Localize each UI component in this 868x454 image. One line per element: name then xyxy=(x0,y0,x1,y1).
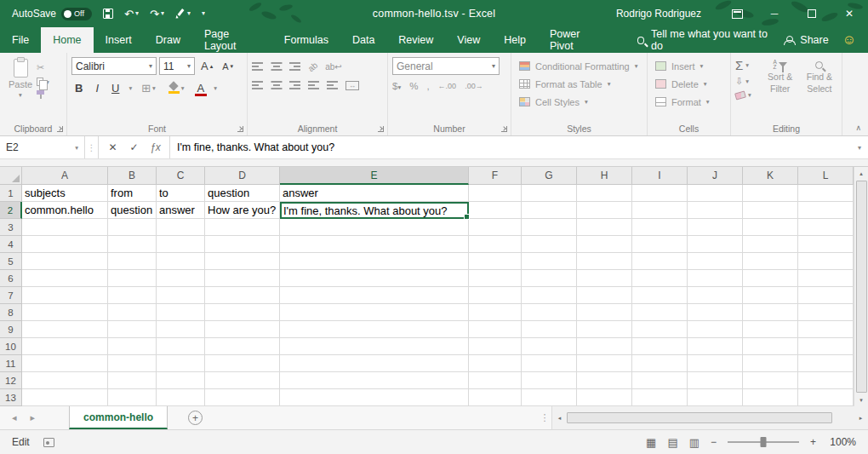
cell-J3[interactable] xyxy=(688,219,743,236)
page-layout-view-button[interactable]: ▤ xyxy=(667,436,677,449)
cell-B3[interactable] xyxy=(108,219,157,236)
cell-J9[interactable] xyxy=(688,321,743,338)
scroll-up-arrow[interactable]: ▴ xyxy=(854,167,868,180)
save-button[interactable] xyxy=(103,9,113,19)
copy-button[interactable]: ▾ xyxy=(37,78,49,86)
cell-F11[interactable] xyxy=(469,355,522,372)
row-header-3[interactable]: 3 xyxy=(0,219,22,236)
cell-B9[interactable] xyxy=(108,321,157,338)
cell-H11[interactable] xyxy=(577,355,632,372)
cell-D11[interactable] xyxy=(205,355,280,372)
row-header-6[interactable]: 6 xyxy=(0,270,22,287)
row-header-9[interactable]: 9 xyxy=(0,321,22,338)
share-button[interactable]: Share xyxy=(774,27,838,53)
cell-B1[interactable]: from xyxy=(108,185,157,202)
cell-H3[interactable] xyxy=(577,219,632,236)
format-painter-button[interactable] xyxy=(37,90,49,98)
tab-page-layout[interactable]: Page Layout xyxy=(192,27,272,53)
borders-button[interactable]: ⊞▾ xyxy=(138,81,159,95)
cell-F6[interactable] xyxy=(469,270,522,287)
cell-I8[interactable] xyxy=(632,304,688,321)
cell-C5[interactable] xyxy=(157,253,205,270)
next-sheet-arrow[interactable]: ▸ xyxy=(31,412,36,423)
cell-D13[interactable] xyxy=(205,389,280,406)
formula-input[interactable]: I'm fine, thanks. What about you? xyxy=(170,136,851,158)
cell-F7[interactable] xyxy=(469,287,522,304)
row-header-13[interactable]: 13 xyxy=(0,389,22,406)
row-header-10[interactable]: 10 xyxy=(0,338,22,355)
decrease-decimal-button[interactable]: .00→ xyxy=(465,82,483,90)
select-all-corner[interactable] xyxy=(0,167,22,185)
format-cells-dropdown[interactable]: ▾ xyxy=(706,98,710,106)
fill-button[interactable]: ⇩▾ xyxy=(735,76,759,87)
cancel-button[interactable]: ✕ xyxy=(102,141,123,153)
cell-H12[interactable] xyxy=(577,372,632,389)
increase-indent-button[interactable] xyxy=(327,81,338,89)
cell-B7[interactable] xyxy=(108,287,157,304)
cell-H9[interactable] xyxy=(577,321,632,338)
column-header-D[interactable]: D xyxy=(205,167,280,185)
cell-L3[interactable] xyxy=(798,219,854,236)
cell-B13[interactable] xyxy=(108,389,157,406)
align-right-button[interactable] xyxy=(289,81,300,89)
cell-J11[interactable] xyxy=(688,355,743,372)
cell-C12[interactable] xyxy=(157,372,205,389)
delete-cells-button[interactable]: Delete ▾ xyxy=(652,75,726,93)
cell-A6[interactable] xyxy=(22,270,108,287)
feedback-button[interactable]: ☺ xyxy=(839,27,868,53)
orientation-button[interactable]: ab xyxy=(306,60,320,73)
cell-J1[interactable] xyxy=(688,185,743,202)
cell-J8[interactable] xyxy=(688,304,743,321)
cell-G3[interactable] xyxy=(522,219,577,236)
enter-button[interactable]: ✓ xyxy=(123,141,145,153)
merge-center-button[interactable]: ↔ xyxy=(345,81,359,90)
collapse-ribbon-button[interactable]: ∧ xyxy=(855,124,861,132)
cell-G1[interactable] xyxy=(522,185,577,202)
cell-F8[interactable] xyxy=(469,304,522,321)
vertical-scrollbar[interactable]: ▴ ▾ xyxy=(854,167,868,406)
cell-G6[interactable] xyxy=(522,270,577,287)
tab-home[interactable]: Home xyxy=(41,27,93,53)
cell-B4[interactable] xyxy=(108,236,157,253)
font-name-dropdown[interactable]: ▾ xyxy=(149,62,152,70)
delete-cells-dropdown[interactable]: ▾ xyxy=(704,80,707,88)
increase-decimal-button[interactable]: ←.00 xyxy=(438,82,457,90)
autosum-dropdown[interactable]: ▾ xyxy=(745,61,749,69)
zoom-slider[interactable] xyxy=(728,441,799,443)
cell-D10[interactable] xyxy=(205,338,280,355)
decrease-font-size-button[interactable]: A▾ xyxy=(219,60,237,72)
cell-J4[interactable] xyxy=(688,236,743,253)
cell-I6[interactable] xyxy=(632,270,688,287)
tab-review[interactable]: Review xyxy=(386,27,445,53)
cell-C3[interactable] xyxy=(157,219,205,236)
fill-dropdown[interactable]: ▾ xyxy=(745,78,749,85)
alignment-dialog-launcher[interactable] xyxy=(378,126,384,132)
cell-J6[interactable] xyxy=(688,270,743,287)
cell-C6[interactable] xyxy=(157,270,205,287)
comma-button[interactable]: , xyxy=(426,81,429,91)
cell-G11[interactable] xyxy=(522,355,577,372)
cell-A10[interactable] xyxy=(22,338,108,355)
cell-B11[interactable] xyxy=(108,355,157,372)
page-break-view-button[interactable]: ▥ xyxy=(689,436,700,449)
currency-dropdown[interactable]: ▾ xyxy=(397,83,401,91)
minimize-button[interactable]: ─ xyxy=(756,0,793,27)
row-header-2[interactable]: 2 xyxy=(0,202,22,219)
tab-draw[interactable]: Draw xyxy=(144,27,192,53)
column-header-H[interactable]: H xyxy=(577,167,632,185)
cell-I5[interactable] xyxy=(632,253,688,270)
scroll-right-arrow[interactable]: ▸ xyxy=(854,406,868,429)
ribbon-display-options-button[interactable] xyxy=(718,0,756,27)
previous-sheet-arrow[interactable]: ◂ xyxy=(12,412,17,423)
cell-I9[interactable] xyxy=(632,321,688,338)
format-as-table-dropdown[interactable]: ▾ xyxy=(608,80,611,88)
cell-H5[interactable] xyxy=(577,253,632,270)
cell-F10[interactable] xyxy=(469,338,522,355)
cell-K9[interactable] xyxy=(743,321,798,338)
new-sheet-button[interactable]: + xyxy=(188,411,203,425)
fill-color-button[interactable]: ▾ xyxy=(165,82,188,95)
cell-D4[interactable] xyxy=(205,236,280,253)
vertical-scroll-thumb[interactable] xyxy=(856,181,867,393)
scroll-left-arrow[interactable]: ◂ xyxy=(552,406,567,429)
scroll-down-arrow[interactable]: ▾ xyxy=(854,394,868,406)
